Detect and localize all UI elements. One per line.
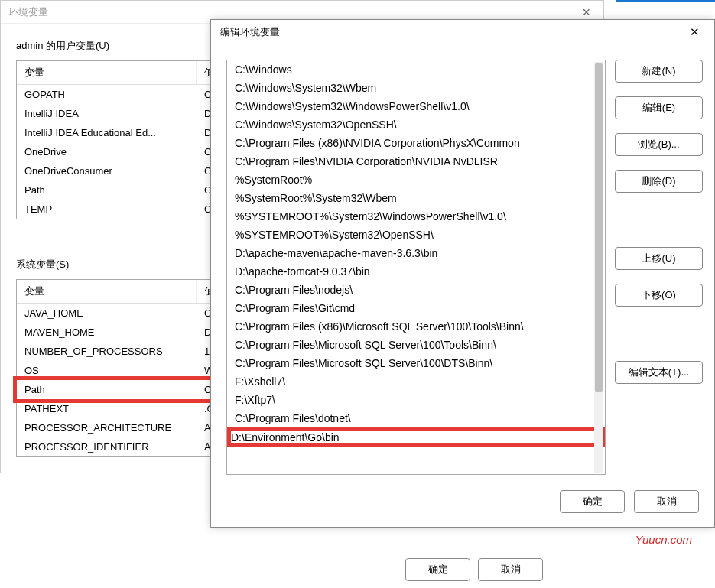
list-item[interactable]: D:\apache-tomcat-9.0.37\bin — [227, 262, 605, 281]
var-name: Path — [17, 183, 197, 197]
var-name: OneDriveConsumer — [17, 164, 197, 178]
list-item[interactable]: %SystemRoot%\System32\Wbem — [227, 189, 605, 207]
dialog1-footer: 确定 取消 — [306, 543, 558, 588]
ok-button[interactable]: 确定 — [405, 558, 470, 581]
move-up-button[interactable]: 上移(U) — [615, 247, 703, 270]
var-name: TEMP — [17, 202, 197, 216]
var-name: MAVEN_HOME — [17, 325, 197, 339]
move-down-button[interactable]: 下移(O) — [615, 284, 703, 307]
ok-button[interactable]: 确定 — [560, 490, 625, 513]
list-item[interactable]: C:\Program Files\Git\cmd — [227, 299, 605, 317]
var-name: Path — [17, 382, 197, 397]
edit-button[interactable]: 编辑(E) — [615, 96, 703, 119]
list-item[interactable]: C:\Program Files\dotnet\ — [227, 409, 605, 427]
new-button[interactable]: 新建(N) — [615, 60, 703, 83]
watermark: Yuucn.com — [635, 533, 692, 546]
var-name: IntelliJ IDEA Educational Ed... — [17, 125, 197, 140]
edit-env-var-dialog: 编辑环境变量 ✕ C:\WindowsC:\Windows\System32\W… — [210, 19, 715, 528]
list-item[interactable]: C:\Program Files (x86)\Microsoft SQL Ser… — [227, 317, 605, 336]
close-icon[interactable]: ✕ — [684, 21, 705, 43]
side-buttons: 新建(N) 编辑(E) 浏览(B)... 删除(D) 上移(U) 下移(O) 编… — [615, 60, 703, 475]
list-item[interactable]: C:\Windows\System32\OpenSSH\ — [227, 115, 605, 134]
var-name: IntelliJ IDEA — [17, 106, 197, 121]
cancel-button[interactable]: 取消 — [634, 490, 699, 513]
accent-line — [616, 0, 715, 2]
col-variable: 变量 — [17, 280, 197, 303]
delete-button[interactable]: 删除(D) — [615, 170, 703, 193]
var-name: GOPATH — [17, 87, 197, 102]
browse-button[interactable]: 浏览(B)... — [615, 133, 703, 156]
edit-text-button[interactable]: 编辑文本(T)... — [615, 361, 703, 384]
var-name: JAVA_HOME — [17, 306, 197, 320]
list-item[interactable]: %SYSTEMROOT%\System32\OpenSSH\ — [227, 226, 605, 244]
var-name: PATHEXT — [17, 401, 197, 416]
list-item[interactable]: D:\apache-maven\apache-maven-3.6.3\bin — [227, 244, 605, 262]
var-name: PROCESSOR_IDENTIFIER — [17, 440, 197, 454]
list-item[interactable]: C:\Program Files\nodejs\ — [227, 281, 605, 299]
list-item[interactable]: %SystemRoot% — [227, 171, 605, 189]
var-name: NUMBER_OF_PROCESSORS — [17, 344, 197, 359]
var-name: OS — [17, 363, 197, 378]
dialog2-footer: 确定 取消 — [211, 482, 714, 527]
scrollbar[interactable] — [594, 62, 603, 473]
var-name: PROCESSOR_ARCHITECTURE — [17, 421, 197, 435]
var-name: OneDrive — [17, 145, 197, 159]
list-item[interactable]: C:\Windows\System32\Wbem — [227, 79, 605, 97]
close-icon[interactable]: ✕ — [577, 3, 596, 21]
path-listbox[interactable]: C:\WindowsC:\Windows\System32\WbemC:\Win… — [226, 60, 606, 475]
list-item[interactable]: C:\Program Files\NVIDIA Corporation\NVID… — [227, 152, 605, 171]
cancel-button[interactable]: 取消 — [478, 558, 543, 581]
list-item[interactable]: %SYSTEMROOT%\System32\WindowsPowerShell\… — [227, 207, 605, 226]
list-item[interactable]: C:\Program Files\Microsoft SQL Server\10… — [227, 336, 605, 354]
list-item[interactable]: C:\Windows — [227, 60, 605, 79]
titlebar: 编辑环境变量 ✕ — [211, 20, 714, 44]
list-item[interactable]: C:\Program Files (x86)\NVIDIA Corporatio… — [227, 134, 605, 152]
list-item[interactable]: F:\Xftp7\ — [227, 391, 605, 409]
dialog-title: 环境变量 — [8, 5, 48, 19]
list-item[interactable]: C:\Program Files\Microsoft SQL Server\10… — [227, 354, 605, 372]
col-variable: 变量 — [17, 61, 197, 84]
list-item[interactable]: F:\Xshell7\ — [227, 372, 605, 391]
list-item[interactable]: C:\Windows\System32\WindowsPowerShell\v1… — [227, 97, 605, 115]
list-item[interactable]: D:\Environment\Go\bin — [227, 427, 605, 447]
dialog-title: 编辑环境变量 — [220, 25, 280, 39]
scrollbar-thumb[interactable] — [595, 63, 603, 392]
